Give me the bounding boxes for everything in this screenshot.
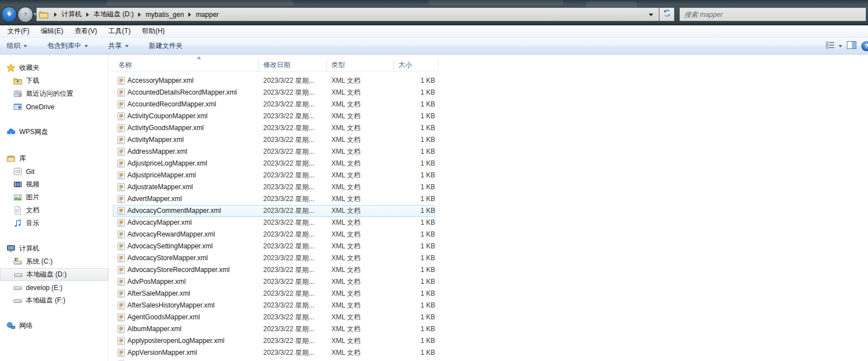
sidebar-item-label: 下载 bbox=[26, 76, 39, 86]
titlebar-glass: 计算机本地磁盘 (D:)mybatis_genmapper bbox=[0, 0, 868, 25]
sidebar-item-onedrive[interactable]: OneDrive bbox=[0, 100, 108, 113]
column-separator[interactable] bbox=[438, 59, 439, 70]
menu-item-2[interactable]: 查看(V) bbox=[69, 26, 103, 36]
menu-item-1[interactable]: 编辑(E) bbox=[35, 26, 69, 36]
file-name: AppVersionMapper.xml bbox=[127, 347, 197, 359]
drive-icon bbox=[13, 296, 23, 305]
table-row[interactable]: AfterSaleMapper.xml2023/3/22 星期...XML 文档… bbox=[109, 288, 560, 300]
sidebar-item-label: 本地磁盘 (F:) bbox=[26, 296, 65, 305]
table-row[interactable]: AdvocacyRewardMapper.xml2023/3/22 星期...X… bbox=[109, 229, 560, 240]
file-size: 1 KB bbox=[335, 276, 435, 288]
sidebar-item-recent-places[interactable]: 最近访问的位置 bbox=[0, 87, 108, 100]
file-name: AdvocacyRewardMapper.xml bbox=[127, 229, 215, 240]
sidebar-item-documents[interactable]: 文档 bbox=[0, 204, 108, 217]
file-size: 1 KB bbox=[335, 217, 435, 229]
sidebar-item-drive-c[interactable]: 系统 (C:) bbox=[0, 255, 108, 268]
sidebar-section-libraries[interactable]: 库 bbox=[0, 152, 108, 165]
preview-pane-button[interactable] bbox=[847, 41, 857, 52]
column-separator[interactable] bbox=[258, 59, 259, 70]
column-header-3[interactable]: 大小 bbox=[398, 58, 412, 72]
file-name: ApplyposteropenLogMapper.xml bbox=[127, 335, 224, 347]
file-date: 2023/3/22 星期... bbox=[263, 158, 315, 170]
file-size: 1 KB bbox=[335, 146, 435, 158]
sidebar-item-downloads[interactable]: 下载 bbox=[0, 74, 108, 87]
breadcrumb-separator-icon[interactable] bbox=[54, 12, 57, 17]
sidebar-section-wps-cloud[interactable]: WPS网盘 bbox=[0, 126, 108, 139]
table-row[interactable]: AccountedDetailsRecordMapper.xml2023/3/2… bbox=[109, 87, 560, 99]
table-row[interactable]: AdjustrateMapper.xml2023/3/22 星期...XML 文… bbox=[109, 181, 560, 193]
table-row[interactable]: AgentGoodsMapper.xml2023/3/22 星期...XML 文… bbox=[109, 311, 560, 323]
breadcrumb-item-1[interactable]: 本地磁盘 (D:) bbox=[94, 10, 134, 19]
table-row[interactable]: AccessoryMapper.xml2023/3/22 星期...XML 文档… bbox=[109, 75, 560, 87]
column-header-1[interactable]: 修改日期 bbox=[263, 58, 290, 72]
breadcrumb-item-2[interactable]: mybatis_gen bbox=[145, 11, 184, 19]
column-separator[interactable] bbox=[326, 59, 327, 70]
sidebar-item-videos[interactable]: 视频 bbox=[0, 178, 108, 191]
onedrive-icon bbox=[13, 102, 23, 112]
column-header-0[interactable]: 名称 bbox=[118, 58, 132, 72]
forward-button[interactable] bbox=[17, 7, 33, 23]
share-button[interactable]: 共享 bbox=[105, 39, 132, 53]
sidebar-item-git[interactable]: GitGit bbox=[0, 165, 108, 178]
breadcrumb-item-0[interactable]: 计算机 bbox=[61, 10, 82, 19]
sidebar-section-network[interactable]: 网络 bbox=[0, 319, 108, 332]
table-row[interactable]: AdvertMapper.xml2023/3/22 星期...XML 文档1 K… bbox=[109, 193, 560, 205]
table-row[interactable]: AfterSalesHistoryMapper.xml2023/3/22 星期.… bbox=[109, 300, 560, 311]
table-row[interactable]: AccountedRecordMapper.xml2023/3/22 星期...… bbox=[109, 99, 560, 110]
breadcrumb-separator-icon[interactable] bbox=[86, 12, 89, 17]
table-row[interactable]: ActivityMapper.xml2023/3/22 星期...XML 文档1… bbox=[109, 134, 560, 146]
sidebar-item-drive-e[interactable]: develop (E:) bbox=[0, 281, 108, 294]
change-view-button[interactable] bbox=[825, 40, 842, 52]
sidebar-item-music[interactable]: 音乐 bbox=[0, 217, 108, 230]
file-date: 2023/3/22 星期... bbox=[263, 110, 315, 122]
table-row[interactable]: AdvocacyStoreRecordMapper.xml2023/3/22 星… bbox=[109, 264, 560, 276]
breadcrumb-separator-icon[interactable] bbox=[188, 12, 191, 17]
search-input[interactable] bbox=[680, 8, 866, 21]
table-row-partial[interactable] bbox=[109, 359, 560, 361]
file-date: 2023/3/22 星期... bbox=[263, 205, 315, 217]
table-row[interactable]: AdjustpriceMapper.xml2023/3/22 星期...XML … bbox=[109, 170, 560, 181]
table-row[interactable]: AlbumMapper.xml2023/3/22 星期...XML 文档1 KB bbox=[109, 323, 560, 335]
table-row[interactable]: AdjustpriceLogMapper.xml2023/3/22 星期...X… bbox=[109, 158, 560, 170]
address-bar[interactable]: 计算机本地磁盘 (D:)mybatis_genmapper bbox=[36, 7, 659, 21]
table-row[interactable]: AddressMapper.xml2023/3/22 星期...XML 文档1 … bbox=[109, 146, 560, 158]
menu-item-3[interactable]: 工具(T) bbox=[103, 26, 136, 36]
sidebar-item-pictures[interactable]: 图片 bbox=[0, 191, 108, 204]
column-header-2[interactable]: 类型 bbox=[331, 58, 345, 72]
menu-item-0[interactable]: 文件(F) bbox=[2, 26, 35, 36]
table-row[interactable]: AdvocacyStoreMapper.xml2023/3/22 星期...XM… bbox=[109, 252, 560, 264]
new-folder-button[interactable]: 新建文件夹 bbox=[145, 39, 186, 53]
table-row[interactable]: AppVersionMapper.xml2023/3/22 星期...XML 文… bbox=[109, 347, 560, 359]
file-name: ActivityCouponMapper.xml bbox=[127, 110, 207, 122]
xml-document-icon bbox=[117, 337, 125, 345]
back-button[interactable] bbox=[1, 7, 17, 23]
search-box[interactable] bbox=[679, 7, 866, 21]
file-date: 2023/3/22 星期... bbox=[263, 87, 315, 99]
table-row[interactable]: AdvocacyMapper.xml2023/3/22 星期...XML 文档1… bbox=[109, 217, 560, 229]
breadcrumb-item-3[interactable]: mapper bbox=[196, 11, 219, 19]
organize-button[interactable]: 组织 bbox=[3, 39, 30, 53]
address-dropdown-icon[interactable] bbox=[649, 14, 653, 16]
sidebar-section-computer[interactable]: 计算机 bbox=[0, 242, 108, 255]
sidebar-section-favorites[interactable]: 收藏夹 bbox=[0, 61, 108, 74]
menu-item-4[interactable]: 帮助(H) bbox=[136, 26, 171, 36]
column-separator[interactable] bbox=[393, 59, 394, 70]
sidebar-item-drive-f[interactable]: 本地磁盘 (F:) bbox=[0, 294, 108, 307]
sidebar-item-drive-d[interactable]: 本地磁盘 (D:) bbox=[0, 268, 108, 281]
table-row[interactable]: ActivityGoodsMapper.xml2023/3/22 星期...XM… bbox=[109, 122, 560, 134]
refresh-button[interactable] bbox=[659, 7, 675, 21]
xml-document-icon bbox=[117, 325, 125, 333]
table-row[interactable]: AdvPosMapper.xml2023/3/22 星期...XML 文档1 K… bbox=[109, 276, 560, 288]
xml-document-icon bbox=[117, 301, 125, 310]
file-name: AccountedRecordMapper.xml bbox=[127, 99, 216, 110]
table-row[interactable]: AdvocacySettingMapper.xml2023/3/22 星期...… bbox=[109, 240, 560, 252]
table-row[interactable]: ActivityCouponMapper.xml2023/3/22 星期...X… bbox=[109, 110, 560, 122]
table-row[interactable]: AdvocacyCommentMapper.xml2023/3/22 星期...… bbox=[109, 205, 560, 217]
sidebar-item-label: 图片 bbox=[26, 193, 39, 202]
include-in-library-button[interactable]: 包含到库中 bbox=[44, 39, 91, 53]
breadcrumb-separator-icon[interactable] bbox=[138, 12, 141, 17]
table-row[interactable]: ApplyposteropenLogMapper.xml2023/3/22 星期… bbox=[109, 335, 560, 347]
sidebar-item-label: 视频 bbox=[26, 180, 39, 189]
file-size: 1 KB bbox=[335, 170, 435, 181]
help-button[interactable]: ? bbox=[861, 41, 868, 51]
